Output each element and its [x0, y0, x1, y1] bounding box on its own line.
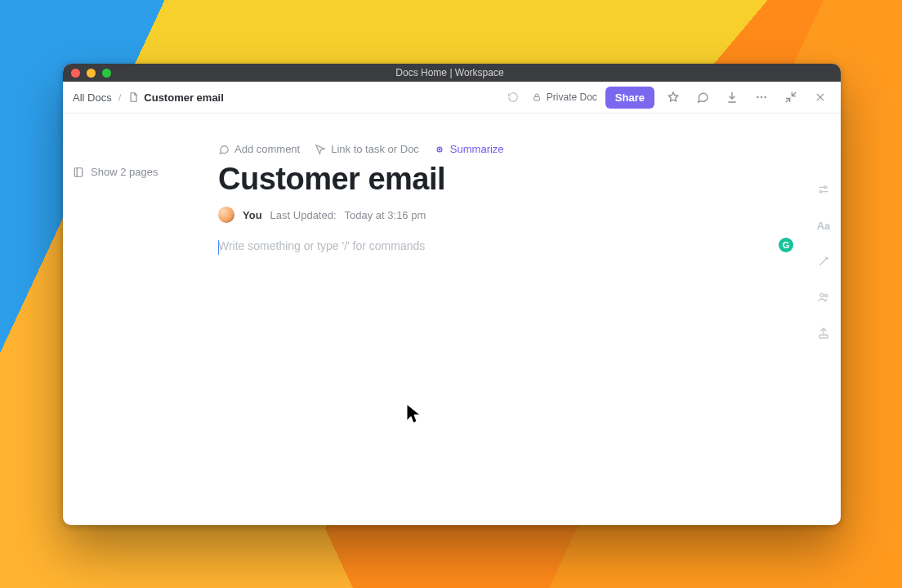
document-main: Add comment Link to task or Doc Summariz… [218, 114, 841, 525]
share-button[interactable]: Share [605, 87, 654, 109]
doc-editor[interactable] [218, 239, 788, 403]
show-pages-label: Show 2 pages [91, 166, 158, 178]
doc-byline: You Last Updated: Today at 3:16 pm [218, 207, 788, 223]
star-icon [667, 91, 680, 104]
settings-rail-button[interactable] [815, 180, 833, 198]
window-traffic-lights [71, 69, 111, 78]
svg-point-10 [825, 294, 828, 296]
text-style-rail-button[interactable]: Aa [815, 216, 833, 234]
add-comment-action[interactable]: Add comment [218, 143, 300, 155]
breadcrumb-current[interactable]: Customer email [127, 91, 224, 104]
people-icon [817, 291, 830, 304]
more-button[interactable] [751, 87, 772, 108]
link-icon [315, 144, 326, 155]
desktop-background: Docs Home | Workspace All Docs / Custome… [0, 0, 902, 588]
close-button[interactable] [810, 87, 831, 108]
pages-icon [73, 167, 84, 178]
last-updated-label: Last Updated: [270, 209, 337, 221]
lock-icon [532, 92, 542, 102]
privacy-label: Private Doc [547, 91, 597, 103]
export-icon [817, 327, 830, 340]
breadcrumb: All Docs / Customer email [73, 91, 224, 104]
summarize-label: Summarize [450, 143, 504, 155]
svg-point-7 [824, 186, 827, 189]
breadcrumb-current-label: Customer email [144, 91, 224, 104]
app-window: Docs Home | Workspace All Docs / Custome… [63, 64, 841, 525]
tune-icon [817, 183, 830, 196]
summarize-action[interactable]: Summarize [434, 143, 504, 155]
close-icon [815, 91, 826, 103]
svg-point-9 [820, 293, 824, 296]
right-rail: Aa [815, 180, 833, 342]
last-updated-value: Today at 3:16 pm [345, 209, 426, 221]
people-rail-button[interactable] [815, 288, 833, 306]
author-label: You [243, 209, 262, 221]
collapse-icon [784, 91, 797, 104]
content-area: Show 2 pages Add comment Lin [63, 114, 841, 525]
breadcrumb-separator: / [118, 91, 122, 104]
link-label: Link to task or Doc [331, 143, 419, 155]
download-button[interactable] [721, 87, 743, 108]
link-action[interactable]: Link to task or Doc [315, 143, 419, 155]
grammarly-badge[interactable]: G [779, 238, 793, 252]
download-icon [726, 91, 739, 104]
privacy-indicator[interactable]: Private Doc [532, 91, 597, 103]
magic-rail-button[interactable] [815, 252, 833, 270]
refresh-button[interactable] [502, 87, 524, 108]
show-pages-toggle[interactable]: Show 2 pages [73, 166, 218, 178]
comment-icon [218, 144, 230, 155]
left-sidebar: Show 2 pages [63, 114, 218, 525]
text-style-icon: Aa [817, 220, 831, 232]
magic-icon [817, 255, 830, 268]
svg-rect-11 [819, 335, 828, 338]
window-title: Docs Home | Workspace [111, 67, 788, 78]
favorite-button[interactable] [663, 87, 684, 108]
svg-point-3 [764, 96, 766, 98]
breadcrumb-root[interactable]: All Docs [73, 91, 112, 104]
svg-rect-4 [74, 167, 82, 176]
doc-action-bar: Add comment Link to task or Doc Summariz… [218, 143, 788, 155]
refresh-icon [507, 91, 519, 103]
window-close-dot[interactable] [71, 69, 80, 78]
doc-icon [127, 91, 139, 103]
svg-point-2 [761, 96, 762, 98]
svg-point-8 [819, 190, 822, 193]
svg-rect-0 [534, 97, 539, 101]
window-fullscreen-dot[interactable] [102, 69, 111, 78]
window-titlebar: Docs Home | Workspace [63, 64, 841, 82]
collapse-button[interactable] [780, 87, 802, 108]
chat-icon [696, 91, 709, 104]
window-minimize-dot[interactable] [87, 69, 96, 78]
sparkle-icon [434, 144, 445, 155]
doc-title[interactable]: Customer email [218, 162, 788, 197]
more-icon [755, 91, 768, 104]
comments-button[interactable] [692, 87, 713, 108]
app-toolbar: All Docs / Customer email Pr [63, 82, 841, 114]
add-comment-label: Add comment [234, 143, 300, 155]
text-caret [218, 240, 219, 255]
export-rail-button[interactable] [815, 324, 833, 342]
svg-point-6 [439, 149, 440, 150]
author-avatar[interactable] [218, 207, 234, 223]
svg-point-1 [757, 96, 758, 98]
